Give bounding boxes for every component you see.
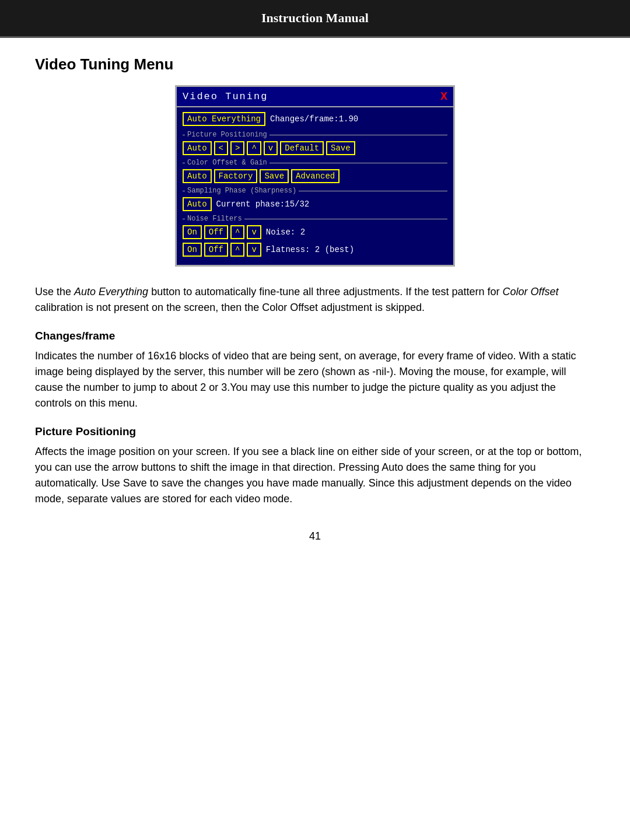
changes-frame-heading: Changes/frame	[35, 330, 595, 342]
auto-everything-inline: Auto Everything	[74, 286, 148, 298]
video-tuning-dialog: Video Tuning X Auto Everything Changes/f…	[175, 85, 455, 267]
pp-default-button[interactable]: Default	[280, 141, 324, 155]
page-content: Video Tuning Menu Video Tuning X Auto Ev…	[0, 38, 630, 560]
dialog-titlebar: Video Tuning X	[177, 87, 453, 107]
pp-down-button[interactable]: v	[264, 141, 278, 155]
pp-left-button[interactable]: <	[214, 141, 228, 155]
color-offset-section-label: Color Offset & Gain	[183, 159, 447, 167]
co-factory-button[interactable]: Factory	[214, 169, 258, 183]
flatness-row: On Off ^ v Flatness: 2 (best)	[183, 243, 447, 257]
auto-everything-button[interactable]: Auto Everything	[183, 112, 265, 126]
noise-on-button[interactable]: On	[183, 225, 202, 239]
pp-up-button[interactable]: ^	[247, 141, 261, 155]
co-auto-button[interactable]: Auto	[183, 169, 212, 183]
picture-positioning-buttons: Auto < > ^ v Default Save	[183, 141, 447, 155]
pp-right-button[interactable]: >	[230, 141, 244, 155]
co-advanced-button[interactable]: Advanced	[291, 169, 340, 183]
flatness-down-button[interactable]: v	[247, 243, 261, 257]
section-title: Video Tuning Menu	[35, 55, 595, 74]
pp-auto-button[interactable]: Auto	[183, 141, 212, 155]
intro-paragraph: Use the Auto Everything button to automa…	[35, 284, 595, 316]
header-title: Instruction Manual	[261, 10, 369, 25]
changes-frame-value: Changes/frame:1.90	[270, 114, 358, 124]
dialog-close-button[interactable]: X	[440, 90, 447, 103]
noise-value: Noise: 2	[266, 228, 305, 237]
page-header: Instruction Manual	[0, 0, 630, 38]
picture-positioning-heading: Picture Positioning	[35, 425, 595, 438]
picture-positioning-section-label: Picture Positioning	[183, 131, 447, 139]
auto-everything-row: Auto Everything Changes/frame:1.90	[183, 112, 447, 126]
noise-off-button[interactable]: Off	[204, 225, 228, 239]
noise-down-button[interactable]: v	[247, 225, 261, 239]
color-offset-buttons: Auto Factory Save Advanced	[183, 169, 447, 183]
pp-save-button[interactable]: Save	[326, 141, 355, 155]
sampling-phase-value: Current phase:15/32	[216, 200, 310, 209]
page-number: 41	[35, 530, 595, 542]
changes-frame-paragraph: Indicates the number of 16x16 blocks of …	[35, 348, 595, 411]
flatness-on-button[interactable]: On	[183, 243, 202, 257]
flatness-off-button[interactable]: Off	[204, 243, 228, 257]
sampling-phase-section-label: Sampling Phase (Sharpness)	[183, 187, 447, 195]
color-offset-inline: Color Offset	[502, 286, 558, 298]
flatness-up-button[interactable]: ^	[230, 243, 244, 257]
picture-positioning-paragraph: Affects the image position on your scree…	[35, 444, 595, 507]
dialog-body: Auto Everything Changes/frame:1.90 Pictu…	[177, 107, 453, 265]
co-save-button[interactable]: Save	[260, 169, 289, 183]
noise-filters-section-label: Noise Filters	[183, 215, 447, 223]
sp-auto-button[interactable]: Auto	[183, 197, 212, 211]
noise-up-button[interactable]: ^	[230, 225, 244, 239]
flatness-value: Flatness: 2 (best)	[266, 245, 354, 254]
noise-row: On Off ^ v Noise: 2	[183, 225, 447, 239]
sampling-phase-row: Auto Current phase:15/32	[183, 197, 447, 211]
dialog-wrapper: Video Tuning X Auto Everything Changes/f…	[35, 85, 595, 267]
dialog-title: Video Tuning	[183, 91, 268, 102]
